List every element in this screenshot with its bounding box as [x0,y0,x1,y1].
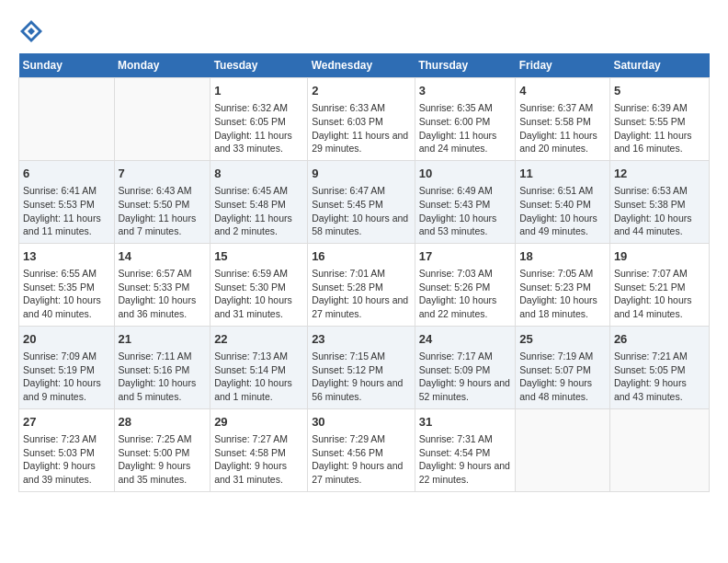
day-info: Sunrise: 6:33 AM Sunset: 6:03 PM Dayligh… [312,101,411,155]
calendar-cell: 16Sunrise: 7:01 AM Sunset: 5:28 PM Dayli… [308,243,415,326]
calendar-cell: 18Sunrise: 7:05 AM Sunset: 5:23 PM Dayli… [516,243,610,326]
calendar-cell: 26Sunrise: 7:21 AM Sunset: 5:05 PM Dayli… [609,326,709,408]
calendar-cell: 22Sunrise: 7:13 AM Sunset: 5:14 PM Dayli… [210,326,308,408]
day-info: Sunrise: 6:41 AM Sunset: 5:53 PM Dayligh… [23,184,110,238]
calendar-cell: 14Sunrise: 6:57 AM Sunset: 5:33 PM Dayli… [114,243,210,326]
day-info: Sunrise: 7:25 AM Sunset: 5:00 PM Dayligh… [119,432,207,487]
calendar-cell: 5Sunrise: 6:39 AM Sunset: 5:55 PM Daylig… [609,78,709,161]
calendar-week-row: 20Sunrise: 7:09 AM Sunset: 5:19 PM Dayli… [19,326,710,408]
day-number: 22 [214,331,303,348]
day-number: 2 [312,83,411,99]
day-number: 31 [419,414,512,431]
calendar-cell: 17Sunrise: 7:03 AM Sunset: 5:26 PM Dayli… [415,243,516,326]
day-info: Sunrise: 7:27 AM Sunset: 4:58 PM Dayligh… [214,432,303,487]
day-number: 9 [312,166,411,182]
calendar-cell: 31Sunrise: 7:31 AM Sunset: 4:54 PM Dayli… [415,408,516,491]
logo-icon [18,18,44,44]
calendar-cell [114,78,210,161]
day-info: Sunrise: 6:59 AM Sunset: 5:30 PM Dayligh… [214,267,303,321]
calendar-header: SundayMondayTuesdayWednesdayThursdayFrid… [19,53,710,78]
day-number: 16 [312,248,411,265]
day-info: Sunrise: 7:19 AM Sunset: 5:07 PM Dayligh… [519,350,606,404]
weekday-header: Sunday [19,53,115,78]
day-number: 25 [519,331,606,348]
day-number: 7 [119,166,207,182]
calendar-cell: 24Sunrise: 7:17 AM Sunset: 5:09 PM Dayli… [415,326,516,408]
page-header [18,18,710,44]
day-number: 12 [614,166,705,182]
calendar-cell [516,408,610,491]
day-info: Sunrise: 7:17 AM Sunset: 5:09 PM Dayligh… [419,350,512,404]
day-info: Sunrise: 6:45 AM Sunset: 5:48 PM Dayligh… [214,184,303,238]
day-number: 10 [419,166,512,182]
day-info: Sunrise: 7:21 AM Sunset: 5:05 PM Dayligh… [614,350,705,404]
day-number: 17 [419,248,512,265]
day-number: 18 [519,248,606,265]
day-info: Sunrise: 6:35 AM Sunset: 6:00 PM Dayligh… [419,101,512,155]
day-number: 28 [119,414,207,431]
day-number: 3 [419,83,512,99]
calendar-cell [609,408,709,491]
calendar-cell: 20Sunrise: 7:09 AM Sunset: 5:19 PM Dayli… [19,326,115,408]
calendar-cell: 28Sunrise: 7:25 AM Sunset: 5:00 PM Dayli… [114,408,210,491]
day-info: Sunrise: 6:39 AM Sunset: 5:55 PM Dayligh… [614,101,705,155]
day-info: Sunrise: 7:11 AM Sunset: 5:16 PM Dayligh… [119,350,207,404]
calendar-cell: 2Sunrise: 6:33 AM Sunset: 6:03 PM Daylig… [308,78,415,161]
day-number: 30 [312,414,411,431]
day-number: 29 [214,414,303,431]
calendar-cell: 10Sunrise: 6:49 AM Sunset: 5:43 PM Dayli… [415,160,516,243]
calendar-week-row: 6Sunrise: 6:41 AM Sunset: 5:53 PM Daylig… [19,160,710,243]
calendar-cell [19,78,115,161]
day-info: Sunrise: 6:37 AM Sunset: 5:58 PM Dayligh… [519,101,606,155]
weekday-header: Friday [516,53,610,78]
weekday-header: Monday [114,53,210,78]
day-info: Sunrise: 7:31 AM Sunset: 4:54 PM Dayligh… [419,432,512,487]
calendar-cell: 13Sunrise: 6:55 AM Sunset: 5:35 PM Dayli… [19,243,115,326]
calendar-week-row: 1Sunrise: 6:32 AM Sunset: 6:05 PM Daylig… [19,78,710,161]
calendar-cell: 25Sunrise: 7:19 AM Sunset: 5:07 PM Dayli… [516,326,610,408]
day-info: Sunrise: 6:55 AM Sunset: 5:35 PM Dayligh… [23,267,110,321]
day-info: Sunrise: 7:13 AM Sunset: 5:14 PM Dayligh… [214,350,303,404]
day-number: 5 [614,83,705,99]
calendar-cell: 23Sunrise: 7:15 AM Sunset: 5:12 PM Dayli… [308,326,415,408]
day-number: 24 [419,331,512,348]
weekday-header: Saturday [609,53,709,78]
day-number: 1 [214,83,303,99]
calendar-cell: 4Sunrise: 6:37 AM Sunset: 5:58 PM Daylig… [516,78,610,161]
day-info: Sunrise: 6:57 AM Sunset: 5:33 PM Dayligh… [119,267,207,321]
day-number: 19 [614,248,705,265]
day-info: Sunrise: 6:53 AM Sunset: 5:38 PM Dayligh… [614,184,705,238]
logo [18,18,48,44]
day-number: 11 [519,166,606,182]
calendar-body: 1Sunrise: 6:32 AM Sunset: 6:05 PM Daylig… [19,78,710,492]
day-number: 21 [119,331,207,348]
weekday-header: Wednesday [308,53,415,78]
calendar-cell: 15Sunrise: 6:59 AM Sunset: 5:30 PM Dayli… [210,243,308,326]
calendar-cell: 1Sunrise: 6:32 AM Sunset: 6:05 PM Daylig… [210,78,308,161]
weekday-header: Tuesday [210,53,308,78]
day-number: 26 [614,331,705,348]
day-info: Sunrise: 7:29 AM Sunset: 4:56 PM Dayligh… [312,432,411,487]
day-number: 6 [23,166,110,182]
calendar-cell: 27Sunrise: 7:23 AM Sunset: 5:03 PM Dayli… [19,408,115,491]
day-info: Sunrise: 7:01 AM Sunset: 5:28 PM Dayligh… [312,267,411,321]
day-number: 20 [23,331,110,348]
weekday-header: Thursday [415,53,516,78]
day-info: Sunrise: 7:23 AM Sunset: 5:03 PM Dayligh… [23,432,110,487]
day-info: Sunrise: 6:43 AM Sunset: 5:50 PM Dayligh… [119,184,207,238]
calendar-cell: 8Sunrise: 6:45 AM Sunset: 5:48 PM Daylig… [210,160,308,243]
day-info: Sunrise: 7:05 AM Sunset: 5:23 PM Dayligh… [519,267,606,321]
calendar-cell: 12Sunrise: 6:53 AM Sunset: 5:38 PM Dayli… [609,160,709,243]
day-number: 15 [214,248,303,265]
calendar-cell: 6Sunrise: 6:41 AM Sunset: 5:53 PM Daylig… [19,160,115,243]
calendar-cell: 7Sunrise: 6:43 AM Sunset: 5:50 PM Daylig… [114,160,210,243]
day-info: Sunrise: 6:47 AM Sunset: 5:45 PM Dayligh… [312,184,411,238]
calendar-cell: 29Sunrise: 7:27 AM Sunset: 4:58 PM Dayli… [210,408,308,491]
calendar-week-row: 27Sunrise: 7:23 AM Sunset: 5:03 PM Dayli… [19,408,710,491]
day-info: Sunrise: 7:09 AM Sunset: 5:19 PM Dayligh… [23,350,110,404]
day-number: 23 [312,331,411,348]
day-info: Sunrise: 6:51 AM Sunset: 5:40 PM Dayligh… [519,184,606,238]
calendar-cell: 9Sunrise: 6:47 AM Sunset: 5:45 PM Daylig… [308,160,415,243]
day-number: 14 [119,248,207,265]
day-info: Sunrise: 6:49 AM Sunset: 5:43 PM Dayligh… [419,184,512,238]
